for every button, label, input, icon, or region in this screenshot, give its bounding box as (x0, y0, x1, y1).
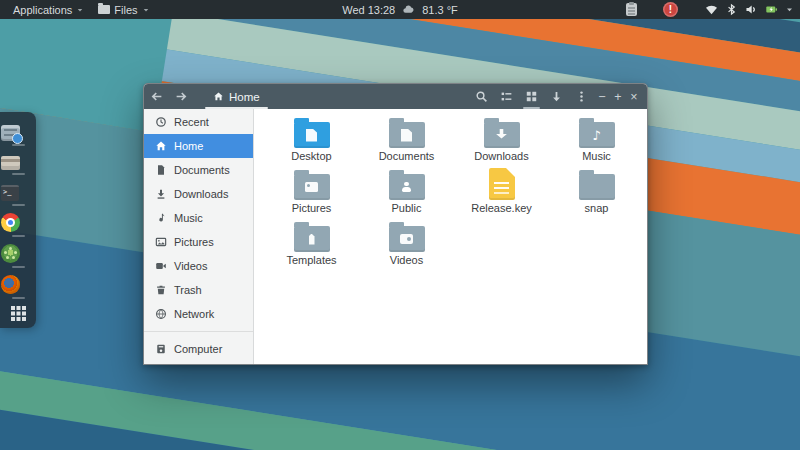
chevron-down-icon[interactable] (785, 5, 794, 14)
file-item-music[interactable]: ♪Music (549, 115, 644, 167)
firefox-icon (1, 275, 20, 294)
emblem-page-icon (306, 129, 317, 142)
home-icon (213, 91, 224, 102)
location-tab[interactable]: Home (201, 84, 272, 109)
file-item-public[interactable]: Public (359, 167, 454, 219)
show-applications-button[interactable] (11, 306, 26, 321)
files-app-menu-label: Files (114, 4, 137, 16)
sidebar-item-documents[interactable]: Documents (144, 158, 253, 182)
file-label: Desktop (291, 151, 331, 162)
emblem-page-icon (401, 129, 412, 142)
clipboard-icon[interactable] (626, 3, 637, 16)
sidebar-item-trash[interactable]: Trash (144, 278, 253, 302)
sidebar-item-label: Downloads (174, 188, 228, 200)
sidebar-list: RecentHomeDocumentsDownloadsMusicPicture… (144, 109, 254, 365)
running-indicator (12, 173, 25, 175)
emblem-person-icon (401, 182, 413, 193)
folder-icon (389, 115, 425, 148)
file-item-release-key[interactable]: Release.key (454, 167, 549, 219)
file-item-documents[interactable]: Documents (359, 115, 454, 167)
bluetooth-icon[interactable] (725, 3, 738, 16)
sidebar-item-music[interactable]: Music (144, 206, 253, 230)
system-tray: ! (626, 2, 800, 17)
sidebar-item-label: Music (174, 212, 203, 224)
notification-badge[interactable]: ! (663, 2, 678, 17)
file-item-downloads[interactable]: Downloads (454, 115, 549, 167)
window-body: RecentHomeDocumentsDownloadsMusicPicture… (144, 109, 647, 365)
file-label: Documents (379, 151, 435, 162)
folder-icon (294, 115, 330, 148)
file-item-desktop[interactable]: Desktop (264, 115, 359, 167)
sidebar-separator (144, 331, 253, 332)
back-button[interactable] (144, 84, 169, 109)
software-icon (1, 244, 20, 263)
battery-icon[interactable] (765, 3, 778, 16)
chevron-down-icon (142, 6, 150, 14)
file-item-snap[interactable]: snap (549, 167, 644, 219)
sidebar-item-network[interactable]: Network (144, 302, 253, 326)
location-label: Home (229, 91, 260, 103)
sidebar-item-label: Videos (174, 260, 207, 272)
running-indicator (12, 204, 25, 206)
temperature: 81.3 °F (422, 4, 458, 16)
file-item-videos[interactable]: Videos (359, 219, 454, 271)
sidebar-item-computer[interactable]: Computer (144, 337, 253, 361)
minimize-button[interactable]: − (594, 84, 610, 109)
topbar-left: Applications Files (0, 0, 157, 19)
sidebar-item-videos[interactable]: Videos (144, 254, 253, 278)
folder-icon (389, 219, 425, 252)
clock[interactable]: Wed 13:28 (342, 4, 395, 16)
file-item-pictures[interactable]: Pictures (264, 167, 359, 219)
dock-item-software[interactable] (0, 241, 36, 268)
archive-icon (1, 156, 20, 170)
titlebar-spacer (272, 84, 469, 109)
files-icon (1, 125, 20, 141)
folder-icon (294, 219, 330, 252)
file-item-templates[interactable]: Templates (264, 219, 359, 271)
dock-item-files[interactable] (0, 120, 36, 146)
wifi-icon[interactable] (705, 3, 718, 16)
topbar-center: Wed 13:28 81.3 °F (342, 0, 458, 19)
dock-item-archive[interactable] (0, 150, 36, 175)
sidebar-item-home[interactable]: Home (144, 134, 253, 158)
forward-button[interactable] (169, 84, 194, 109)
file-view: DesktopDocumentsDownloads♪MusicPicturesP… (254, 109, 647, 365)
operations-button[interactable] (544, 84, 569, 109)
maximize-button[interactable]: + (610, 84, 626, 109)
applications-menu[interactable]: Applications (6, 0, 91, 19)
top-bar: Applications Files Wed 13:28 81.3 °F ! (0, 0, 800, 19)
files-app-menu[interactable]: Files (91, 0, 156, 19)
sidebar-item-pictures[interactable]: Pictures (144, 230, 253, 254)
file-label: Videos (390, 255, 423, 266)
weather-icon (402, 3, 415, 16)
sidebar-item-label: Documents (174, 164, 230, 176)
list-view-button[interactable] (494, 84, 519, 109)
dock-item-terminal[interactable] (0, 179, 36, 206)
grid-view-button[interactable] (519, 84, 544, 109)
folder-icon (294, 167, 330, 200)
close-button[interactable]: × (626, 84, 642, 109)
computer-icon (155, 343, 167, 355)
sidebar-item-label: Computer (174, 343, 222, 355)
sidebar-item-swapnil-swapnil[interactable]: swapnil@swapnil… (144, 361, 253, 365)
file-label: Public (392, 203, 422, 214)
file-grid: DesktopDocumentsDownloads♪MusicPicturesP… (264, 115, 647, 271)
menu-button[interactable] (569, 84, 594, 109)
home-icon (155, 140, 167, 152)
music-icon (155, 212, 167, 224)
running-indicator (12, 297, 25, 299)
chrome-icon (1, 213, 20, 232)
running-indicator (12, 266, 25, 268)
sidebar-item-label: Recent (174, 116, 209, 128)
file-label: Templates (286, 255, 336, 266)
sidebar-item-downloads[interactable]: Downloads (144, 182, 253, 206)
dock-item-firefox[interactable] (0, 272, 36, 299)
folder-icon (484, 115, 520, 148)
sidebar-item-label: Network (174, 308, 214, 320)
dock-item-chrome[interactable] (0, 210, 36, 237)
volume-icon[interactable] (745, 3, 758, 16)
search-button[interactable] (469, 84, 494, 109)
sidebar-item-recent[interactable]: Recent (144, 110, 253, 134)
folder-icon (579, 167, 615, 200)
sidebar-item-label: Pictures (174, 236, 214, 248)
